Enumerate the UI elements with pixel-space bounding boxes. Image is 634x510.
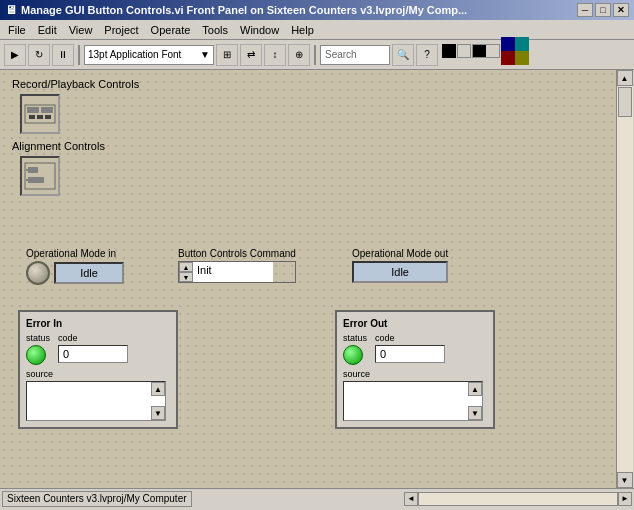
button-controls-command-spinbox[interactable]: ▲ ▼ Init [178,261,296,283]
operational-mode-in-group: Operational Mode in Idle [26,248,124,285]
spinbox-value: Init [193,262,273,282]
spinbox-down-button[interactable]: ▼ [179,272,193,282]
scroll-thumb[interactable] [618,87,632,117]
toolbar: ▶ ↻ ⏸ 13pt Application Font ▼ ⊞ ⇄ ↕ ⊕ Se… [0,40,634,70]
svg-rect-2 [41,107,53,113]
alignment-control-icon[interactable] [20,156,60,196]
menu-operate[interactable]: Operate [145,22,197,38]
vertical-scrollbar[interactable]: ▲ ▼ [616,70,632,488]
error-in-cluster: Error In status code 0 [18,310,178,429]
status-track[interactable] [418,492,618,506]
scroll-down-button[interactable]: ▼ [617,472,633,488]
menu-project[interactable]: Project [98,22,144,38]
error-out-source-label: source [343,369,487,379]
error-out-led [343,345,363,365]
svg-rect-5 [45,115,51,119]
error-in-code-label: code [58,333,128,343]
spinbox-up-button[interactable]: ▲ [179,262,193,272]
error-out-code-label: code [375,333,445,343]
operational-mode-out-label: Operational Mode out [352,248,448,259]
font-dropdown[interactable]: 13pt Application Font ▼ [84,45,214,65]
main-panel: Record/Playback Controls Alignment Contr… [0,70,616,488]
error-in-status-label: status [26,333,50,343]
reorder-button[interactable]: ⊕ [288,44,310,66]
resize-button[interactable]: ↕ [264,44,286,66]
svg-rect-6 [25,163,55,189]
svg-rect-1 [27,107,39,113]
color-square-split [472,44,500,58]
operational-mode-in-value: Idle [54,262,124,284]
menu-file[interactable]: File [2,22,32,38]
window-title: Manage GUI Button Controls.vi Front Pane… [21,4,467,16]
scroll-track[interactable] [617,86,633,472]
error-in-code-value: 0 [58,345,128,363]
svg-rect-4 [37,115,43,119]
svg-rect-7 [28,167,38,173]
search-icon[interactable]: 🔍 [392,44,414,66]
menu-bar: File Edit View Project Operate Tools Win… [0,20,634,40]
menu-window[interactable]: Window [234,22,285,38]
run-continuously-button[interactable]: ↻ [28,44,50,66]
operational-mode-in-knob[interactable] [26,261,50,285]
error-out-status-label: status [343,333,367,343]
error-in-title: Error In [26,318,170,329]
run-button[interactable]: ▶ [4,44,26,66]
color-square-gray [457,44,471,58]
search-box[interactable]: Search [320,45,390,65]
error-in-scroll-up[interactable]: ▲ [151,382,165,396]
align-button[interactable]: ⊞ [216,44,238,66]
font-label: 13pt Application Font [88,49,181,60]
operational-mode-in-label: Operational Mode in [26,248,124,259]
app-icon: 🖥 [5,3,17,17]
error-out-source-box[interactable]: ▲ ▼ [343,381,483,421]
error-out-scroll-up[interactable]: ▲ [468,382,482,396]
menu-help[interactable]: Help [285,22,320,38]
status-scroll-right[interactable]: ► [618,492,632,506]
record-playback-label: Record/Playback Controls [12,78,139,90]
record-playback-control-icon[interactable] [20,94,60,134]
toolbar-separator-1 [78,45,80,65]
minimize-button[interactable]: ─ [577,3,593,17]
abort-button[interactable]: ⏸ [52,44,74,66]
maximize-button[interactable]: □ [595,3,611,17]
error-in-scroll-down[interactable]: ▼ [151,406,165,420]
scroll-up-button[interactable]: ▲ [617,70,633,86]
alignment-controls-label: Alignment Controls [12,140,105,152]
status-scroll-left[interactable]: ◄ [404,492,418,506]
close-button[interactable]: ✕ [613,3,629,17]
status-scrollbar[interactable]: ◄ ► [404,492,632,506]
status-bar: Sixteen Counters v3.lvproj/My Computer ◄… [0,488,634,508]
error-in-source-box[interactable]: ▲ ▼ [26,381,166,421]
search-placeholder: Search [325,49,357,60]
error-out-scroll-down[interactable]: ▼ [468,406,482,420]
help-icon[interactable]: ? [416,44,438,66]
toolbar-separator-2 [314,45,316,65]
operational-mode-out-group: Operational Mode out Idle [352,248,448,283]
error-out-title: Error Out [343,318,487,329]
menu-edit[interactable]: Edit [32,22,63,38]
dropdown-arrow-icon: ▼ [200,49,210,60]
error-out-cluster: Error Out status code 0 [335,310,495,429]
svg-rect-3 [29,115,35,119]
distribute-button[interactable]: ⇄ [240,44,262,66]
button-controls-command-label: Button Controls Command [178,248,296,259]
error-in-led [26,345,46,365]
svg-rect-8 [28,177,44,183]
error-in-source-label: source [26,369,170,379]
menu-view[interactable]: View [63,22,99,38]
title-bar: 🖥 Manage GUI Button Controls.vi Front Pa… [0,0,634,20]
error-out-code-value: 0 [375,345,445,363]
status-path: Sixteen Counters v3.lvproj/My Computer [2,491,192,507]
color-square-black [442,44,456,58]
button-controls-command-group: Button Controls Command ▲ ▼ Init [178,248,296,283]
operational-mode-out-value: Idle [352,261,448,283]
menu-tools[interactable]: Tools [196,22,234,38]
